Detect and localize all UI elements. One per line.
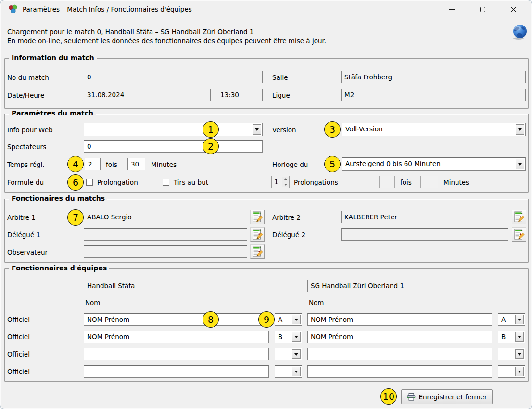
edit-delegue2-button[interactable]: [512, 227, 526, 242]
horloge-combobox[interactable]: Aufsteigend 0 bis 60 Minuten: [342, 157, 526, 171]
delegue2-label: Délégué 2: [272, 231, 305, 239]
annotation-5: 5: [324, 156, 341, 172]
away-role-combobox-2[interactable]: B: [498, 331, 525, 343]
date-heure-label: Date/Heure: [7, 91, 44, 99]
checkbox-tirs-au-but[interactable]: [163, 179, 169, 186]
away-official-input-1[interactable]: NOM Prénom: [307, 313, 492, 326]
home-official-input-1[interactable]: NOM Prénom: [84, 313, 269, 326]
away-role-combobox-4[interactable]: [498, 365, 525, 378]
save-button-label: Enregistrer et fermer: [419, 393, 487, 401]
edit-note-icon: [513, 228, 525, 241]
chevron-down-icon[interactable]: [516, 124, 524, 135]
arbitre2-label: Arbitre 2: [272, 214, 301, 221]
chevron-down-icon[interactable]: [292, 349, 301, 359]
officiel-label-4: Officiel: [7, 368, 30, 375]
no-du-match-label: No du match: [7, 74, 49, 81]
chevron-down-icon[interactable]: [515, 349, 524, 359]
annotation-3: 3: [324, 121, 341, 138]
spectateurs-label: Spectateurs: [7, 143, 46, 151]
officiel-label-3: Officiel: [7, 350, 30, 358]
chevron-down-icon[interactable]: [515, 315, 524, 324]
observateur-field: [84, 245, 247, 258]
prolong-fois-input: [379, 176, 395, 188]
home-role-combobox-1[interactable]: A: [275, 313, 302, 326]
minimize-button[interactable]: [436, 0, 467, 18]
away-official-input-4[interactable]: [307, 365, 492, 378]
annotation-8: 8: [203, 311, 219, 328]
temps-fois-input[interactable]: 2: [85, 158, 101, 170]
header-line-1: Chargement pour le match 0, Handball Stä…: [7, 28, 253, 36]
edit-observateur-button[interactable]: [250, 244, 265, 259]
annotation-4: 4: [67, 156, 84, 172]
close-button[interactable]: [498, 0, 529, 18]
temps-regl-label: Temps régl.: [7, 161, 44, 168]
group-information-du-match: [4, 58, 529, 109]
home-role-combobox-4[interactable]: [275, 365, 302, 378]
prolongation-label: Prolongation: [97, 179, 138, 186]
match-number-field: 0: [84, 71, 263, 83]
spinner-up-button[interactable]: [282, 177, 289, 182]
minutes-label: Minutes: [151, 161, 177, 168]
fois-label: fois: [106, 161, 117, 168]
annotation-1: 1: [203, 121, 219, 138]
home-role-value-2: B: [278, 333, 282, 341]
version-combobox[interactable]: Voll-Version: [342, 123, 526, 136]
chevron-down-icon[interactable]: [516, 159, 524, 169]
away-role-combobox-3[interactable]: [498, 348, 525, 360]
spinner-down-button[interactable]: [282, 182, 289, 188]
globe-icon: [511, 24, 529, 41]
spectateurs-input[interactable]: 0: [84, 140, 263, 153]
info-pour-web-combobox[interactable]: [84, 123, 263, 136]
chevron-down-icon[interactable]: [292, 367, 301, 376]
minimize-icon: [449, 9, 455, 9]
edit-arbitre1-button[interactable]: [250, 210, 265, 224]
group-information-legend: Information du match: [9, 54, 97, 62]
home-official-input-2[interactable]: NOM Prénom: [84, 331, 269, 343]
away-role-combobox-1[interactable]: A: [498, 313, 525, 326]
nom-label-home: Nom: [85, 299, 101, 307]
prolong-minutes-input: [420, 176, 438, 188]
dialog-window: Paramètres – Match Infos / Fonctionnaire…: [0, 0, 532, 409]
close-icon: [510, 6, 517, 13]
prolongations-spinner[interactable]: 1: [271, 176, 290, 188]
home-role-combobox-3[interactable]: [275, 348, 302, 360]
chevron-down-icon[interactable]: [515, 367, 524, 376]
away-team-field: SG Handball Züri Oberland 1: [307, 280, 526, 292]
away-official-input-3[interactable]: [307, 348, 492, 360]
save-and-close-button[interactable]: Enregistrer et fermer: [401, 389, 493, 404]
chevron-down-icon[interactable]: [515, 332, 524, 342]
edit-note-icon: [252, 228, 263, 241]
chevron-down-icon[interactable]: [292, 315, 301, 324]
prolongations-count: 1: [274, 178, 279, 186]
checkbox-prolongation[interactable]: [86, 179, 93, 186]
title-bar[interactable]: Paramètres – Match Infos / Fonctionnaire…: [0, 0, 532, 18]
chevron-down-icon[interactable]: [292, 332, 301, 342]
delegue1-label: Délégué 1: [7, 231, 40, 239]
edit-delegue1-button[interactable]: [250, 227, 265, 242]
edit-note-icon: [252, 211, 263, 223]
annotation-2: 2: [203, 138, 219, 154]
time-field: 13:30: [217, 89, 263, 101]
chevron-down-icon[interactable]: [253, 124, 261, 135]
temps-minutes-input[interactable]: 30: [127, 158, 145, 170]
horloge-du-label: Horloge du: [272, 161, 308, 168]
delegue1-field: [84, 228, 247, 241]
arbitre1-label: Arbitre 1: [7, 214, 36, 221]
home-official-input-4[interactable]: [84, 365, 269, 378]
prolong-minutes-label: Minutes: [443, 179, 469, 186]
annotation-6: 6: [67, 174, 84, 191]
annotation-7: 7: [67, 209, 84, 226]
maximize-button[interactable]: [467, 0, 498, 18]
home-role-combobox-2[interactable]: B: [275, 331, 302, 343]
app-icon: [8, 4, 18, 14]
edit-note-icon: [513, 211, 525, 223]
version-value: Voll-Version: [345, 125, 383, 133]
edit-arbitre2-button[interactable]: [512, 210, 526, 224]
printer-icon: [407, 393, 416, 401]
text-cursor: [354, 333, 354, 340]
home-official-input-3[interactable]: [84, 348, 269, 360]
group-fonctionaires-legend: Fonctionaires du matchs: [9, 194, 107, 202]
info-pour-web-label: Info pour Web: [7, 126, 53, 134]
horloge-value: Aufsteigend 0 bis 60 Minuten: [345, 160, 441, 167]
away-official-input-2[interactable]: NOM Prénom: [307, 331, 492, 343]
